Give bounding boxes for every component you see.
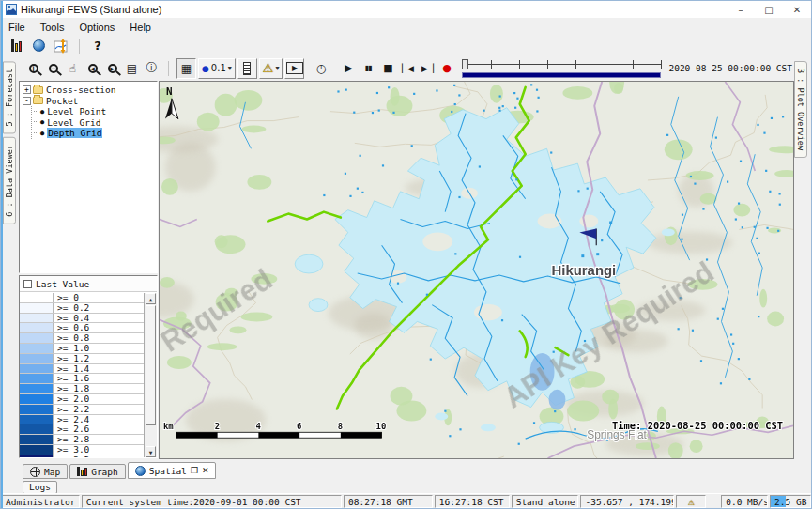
main-toolbar: ? [1,36,811,55]
title-bar: Hikurangi FEWS (Stand alone) – □ ✕ [1,1,811,18]
map-canvas: API Key Required API Key Required N km 2… [160,82,793,458]
grid-icon: ▦ [181,62,192,75]
classification-combo[interactable]: ● 0.1 ▾ [198,58,236,79]
legend-color-swatch [20,293,54,302]
menu-options[interactable]: Options [71,22,122,33]
legend-rows: >= 0 >= 0.2 >= 0.4 >= 0.6 >= 0.8 >= 1.0 [20,293,144,457]
collapse-icon[interactable]: - [23,97,31,105]
zoom-out-button[interactable]: − [43,58,63,79]
animation-button[interactable]: ▶ [284,58,304,79]
tree-node-cross-section[interactable]: + Cross-section [23,85,157,96]
status-download-speed: 0.0 MB/s [721,495,768,508]
legend-row-label: >= 2.8 [54,435,89,444]
scale-tick: 4 [255,422,260,431]
stop-button[interactable]: ■ [377,58,397,79]
tab-map[interactable]: Map [23,464,68,479]
menu-help[interactable]: Help [122,22,159,33]
tab-graph[interactable]: Graph [69,464,126,479]
info-icon: ⓘ [146,60,158,76]
time-slider-handle[interactable] [462,59,468,69]
stop-icon: ■ [383,62,391,74]
status-user: Administrator [1,495,80,508]
data-display-button[interactable] [5,37,27,54]
last-value-label: Last Value [36,279,89,289]
maximize-button[interactable]: □ [755,1,783,18]
ruler-button[interactable] [237,58,257,79]
tab-plot-overview[interactable]: 3 : Plot Overview [794,61,807,158]
legend-color-swatch [20,435,54,444]
close-tab-icon[interactable]: ✕ [202,466,209,475]
zoom-next-icon: ▸ [108,64,117,73]
menu-file[interactable]: File [1,22,33,33]
last-value-checkbox[interactable] [23,280,32,288]
tree-node-label[interactable]: Cross-section [46,85,115,95]
status-system-time: Current system time:2020-09-01 00:00 CST [82,495,342,508]
folder-icon [33,97,43,104]
timeseries-display-button[interactable] [50,37,72,54]
minimize-button[interactable]: – [727,1,755,18]
tree-node-label[interactable]: Pocket [46,96,78,106]
pan-button[interactable]: ☝ [63,58,83,79]
pause-button[interactable]: ▮▮ [358,58,377,79]
scroll-down-icon[interactable]: ▼ [146,446,156,457]
tree-node-pocket[interactable]: - Pocket [23,96,157,107]
help-button[interactable]: ? [86,37,109,54]
current-time-label: 2020-08-25 00:00:00 CST [668,63,792,73]
legend-color-swatch [20,445,54,455]
legend-color-swatch [20,314,54,323]
legend-scrollbar[interactable]: ▲ ▼ [144,293,157,457]
status-bar: Administrator Current system time:2020-0… [1,493,811,508]
legend-row-label: >= 0.2 [54,303,89,313]
spatial-display-button[interactable] [27,37,50,54]
tree-node-level-grid[interactable]: ● Level Grid [34,117,157,129]
status-coordinates: -35.657 , 174.199 [580,495,674,508]
legend-row-label: >= 3.2 [54,455,89,457]
time-slider[interactable] [462,57,661,80]
legend-row-label: >= 1.4 [54,364,89,374]
tab-spatial[interactable]: Spatial ❒ ✕ [128,462,217,479]
bullet-icon: ● [40,118,44,126]
record-button[interactable]: ● [437,58,456,79]
legend-row-label: >= 2.6 [54,424,89,434]
run-timer-button[interactable]: ◷ [311,58,330,79]
tree-node-level-point[interactable]: ● Level Point [34,106,157,117]
step-forward-button[interactable]: ▶▕ [417,58,437,79]
undock-icon[interactable]: ❒ [191,466,198,475]
memory-usage-label: 2.5 GB [774,497,806,507]
info-button[interactable]: ⓘ [142,58,161,79]
close-button[interactable]: ✕ [783,1,811,18]
tree-node-label[interactable]: Level Point [47,106,106,116]
tab-forecast[interactable]: 5 : Forecast [3,61,16,133]
legend-row-label: >= 1.0 [54,344,89,353]
legend-row-label: >= 0.4 [54,314,89,323]
zoom-next-button[interactable]: ▸ [102,58,122,79]
scroll-up-icon[interactable]: ▲ [146,293,156,304]
legend-color-swatch [20,303,54,313]
legend-color-swatch [20,415,54,424]
tab-data-viewer[interactable]: 6 : Data Viewer [3,137,16,224]
tree-node-label[interactable]: Level Grid [47,117,100,128]
zoom-in-button[interactable]: + [23,58,43,79]
legend-color-swatch [20,333,54,343]
step-back-button[interactable]: ▏◀ [397,58,417,79]
zoom-previous-button[interactable]: ◂ [83,58,102,79]
deep-water-patch [549,390,566,410]
scale-tick: 2 [215,422,220,431]
play-box-icon: ▶ [286,62,303,74]
grid-display-button[interactable]: ▦ [176,58,196,79]
layers-button[interactable]: ▤ [122,58,142,79]
logs-button[interactable]: Logs [23,481,57,494]
menu-tools[interactable]: Tools [33,22,72,33]
zoom-previous-icon: ◂ [88,64,98,73]
play-button[interactable]: ▶ [338,58,358,79]
map-view[interactable]: API Key Required API Key Required N km 2… [159,81,794,459]
tree-node-label-selected[interactable]: Depth Grid [47,128,102,138]
scrollbar-thumb[interactable] [146,305,156,425]
status-warning[interactable]: ⚠ [676,495,706,508]
legend-row-label: >= 2.0 [54,394,89,404]
thresholds-button[interactable]: ⚠ ▾ [259,58,283,79]
expand-icon[interactable]: + [23,85,31,94]
tree-node-depth-grid[interactable]: ● Depth Grid [34,128,157,139]
north-label: N [166,85,173,98]
zoom-in-icon: + [29,64,38,73]
